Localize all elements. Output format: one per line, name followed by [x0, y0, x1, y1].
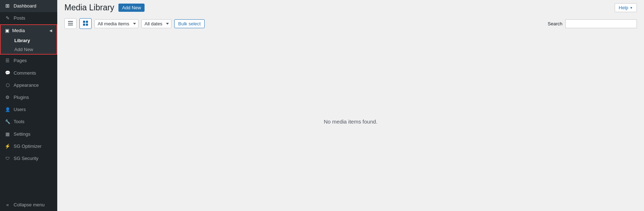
- sidebar-item-label: Settings: [14, 131, 30, 137]
- collapse-label: Collapse menu: [14, 202, 45, 208]
- sidebar-item-sgoptimizer[interactable]: SG Optimizer: [0, 140, 57, 152]
- sidebar-item-plugins[interactable]: Plugins: [0, 91, 57, 104]
- media-filter-select[interactable]: All media items Images Audio Video Docum…: [94, 19, 138, 28]
- sidebar-item-tools[interactable]: Tools: [0, 116, 57, 128]
- dates-filter-select[interactable]: All dates: [141, 19, 171, 28]
- search-input[interactable]: [565, 19, 637, 28]
- list-view-icon: [68, 20, 73, 26]
- bulk-select-button[interactable]: Bulk select: [174, 19, 205, 28]
- pages-icon: [4, 57, 11, 64]
- appearance-icon: [4, 82, 11, 89]
- sidebar-item-dashboard[interactable]: Dashboard: [0, 0, 57, 12]
- search-area: Search: [548, 19, 637, 28]
- sgsecurity-icon: [4, 155, 11, 162]
- svg-rect-6: [86, 24, 88, 26]
- sidebar-item-label: Pages: [14, 57, 27, 64]
- svg-rect-4: [86, 21, 88, 23]
- svg-rect-1: [68, 23, 73, 24]
- svg-rect-0: [68, 21, 73, 22]
- sidebar-item-label: SG Security: [14, 155, 38, 162]
- sgoptimizer-icon: [4, 143, 11, 150]
- svg-rect-3: [83, 21, 85, 23]
- sidebar-item-label: Media: [12, 28, 25, 33]
- svg-rect-2: [68, 25, 73, 25]
- media-content-area: No media items found.: [57, 32, 644, 211]
- sidebar-item-label: Users: [14, 106, 26, 113]
- dashboard-icon: [4, 3, 11, 9]
- collapse-icon: [4, 202, 11, 208]
- topbar: Media Library Add New Help ▼: [57, 0, 644, 15]
- sidebar-item-media-group: Media ◀ Library Add New: [0, 24, 57, 55]
- add-new-button[interactable]: Add New: [118, 4, 145, 12]
- media-chevron-icon: ◀: [49, 29, 52, 32]
- help-chevron-icon: ▼: [630, 6, 633, 10]
- page-title: Media Library: [64, 3, 114, 12]
- collapse-menu-button[interactable]: Collapse menu: [0, 199, 57, 211]
- main-content: Media Library Add New Help ▼: [57, 0, 644, 211]
- page-title-area: Media Library Add New: [64, 3, 145, 12]
- search-label: Search: [548, 21, 562, 26]
- add-new-label: Add New: [14, 47, 33, 52]
- sidebar-item-label: Posts: [14, 15, 25, 21]
- sidebar-item-media[interactable]: Media ◀: [1, 25, 57, 36]
- sidebar-item-library[interactable]: Library: [1, 36, 57, 45]
- plugins-icon: [4, 94, 11, 101]
- settings-icon: [4, 131, 11, 137]
- sidebar-item-label: Plugins: [14, 94, 29, 101]
- sidebar-item-label: Appearance: [14, 82, 39, 89]
- users-icon: [4, 106, 11, 113]
- svg-rect-5: [83, 24, 85, 26]
- posts-icon: [4, 15, 11, 21]
- sidebar-item-users[interactable]: Users: [0, 104, 57, 116]
- library-label: Library: [14, 38, 30, 43]
- sidebar-item-label: Tools: [14, 119, 24, 125]
- sidebar-item-add-new[interactable]: Add New: [1, 45, 57, 54]
- sidebar: Dashboard Posts Media ◀ Library Add New …: [0, 0, 57, 211]
- sidebar-item-posts[interactable]: Posts: [0, 12, 57, 24]
- media-icon: [5, 28, 9, 33]
- sidebar-item-label: SG Optimizer: [14, 143, 42, 150]
- sidebar-item-comments[interactable]: Comments: [0, 67, 57, 79]
- comments-icon: [4, 70, 11, 76]
- sidebar-item-label: Dashboard: [14, 3, 36, 9]
- sidebar-item-appearance[interactable]: Appearance: [0, 79, 57, 91]
- grid-view-icon: [83, 20, 88, 26]
- sidebar-item-pages[interactable]: Pages: [0, 55, 57, 67]
- help-button[interactable]: Help ▼: [615, 3, 637, 12]
- help-label: Help: [619, 5, 628, 10]
- grid-view-button[interactable]: [79, 18, 92, 29]
- tools-icon: [4, 119, 11, 125]
- sidebar-item-sgsecurity[interactable]: SG Security: [0, 152, 57, 165]
- sidebar-item-label: Comments: [14, 70, 36, 76]
- empty-state-message: No media items found.: [324, 119, 377, 125]
- sidebar-item-settings[interactable]: Settings: [0, 128, 57, 140]
- list-view-button[interactable]: [64, 18, 77, 29]
- media-toolbar: All media items Images Audio Video Docum…: [57, 15, 644, 32]
